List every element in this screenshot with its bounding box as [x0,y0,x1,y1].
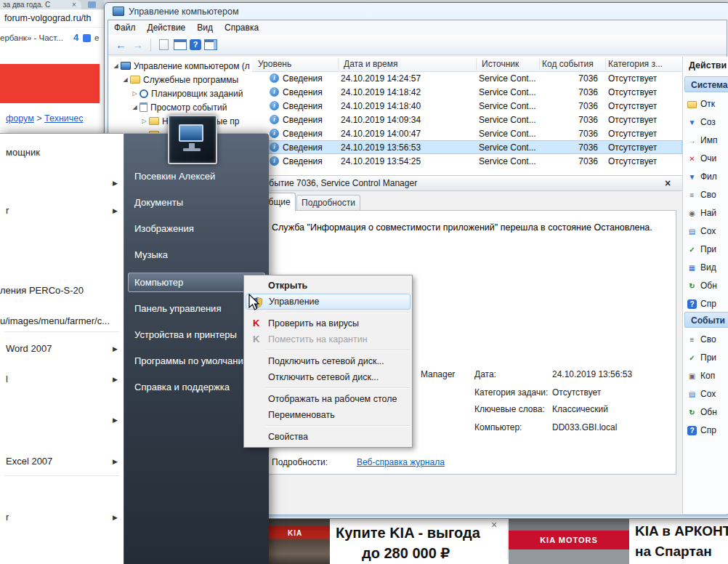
action-view[interactable]: ▦Вид [687,260,716,275]
actions-section-system[interactable]: Система [684,76,728,92]
event-row[interactable]: i Сведения 24.10.2019 14:09:34 Service C… [252,113,682,126]
context-rename[interactable]: Переименовать [246,407,410,423]
context-scan-for-viruses[interactable]: KПроверить на вирусы [246,315,410,331]
action-find[interactable]: ◉Най [687,206,716,220]
event-action-copy[interactable]: ▣Коп [687,368,715,383]
ad-banner-kia[interactable]: KIA Купите KIA - выгода до 280 000 ₽ × [269,517,507,564]
start-left-item[interactable]: u/images/menu/farmer/c... [0,313,124,329]
event-row[interactable]: i Сведения 24.10.2019 14:24:57 Service C… [252,71,682,85]
menu-help[interactable]: Справка [219,21,264,34]
event-action-properties[interactable]: ≡Сво [687,332,716,347]
start-item-user-name[interactable]: Посевкин Алексей [134,166,265,186]
address-bar[interactable]: forum-volgograd.ru/th [0,9,104,28]
browser-tab[interactable]: за два года. С × [0,0,81,9]
context-map-network-drive[interactable]: Подключить сетевой диск... [246,353,410,369]
menu-file[interactable]: Файл [108,21,142,34]
column-level[interactable]: Уровень [258,59,291,69]
action-clear-log[interactable]: ✕Очи [687,151,716,166]
menu-action[interactable]: Действие [142,21,192,34]
context-open[interactable]: Открыть [246,278,410,294]
action-attach-task[interactable]: ✓При [687,242,716,257]
tree-item-task-scheduler[interactable]: ▷ Планировщик заданий [109,86,252,100]
bookmarks-bar: ербанк» - Част... 4 е [0,28,104,48]
action-properties[interactable]: ≡Сво [687,188,716,202]
action-filter-current-log[interactable]: ▼Фил [687,169,717,184]
bookmark-item[interactable]: е [94,28,99,48]
user-picture[interactable] [168,115,217,164]
expander-icon[interactable]: ◢ [112,63,120,69]
bookmark-favicon[interactable] [83,34,91,42]
start-left-item[interactable]: ления PERCo-S-20 [0,283,124,299]
tab-close-icon[interactable]: × [72,0,76,9]
event-row[interactable]: i Сведения 24.10.2019 13:54:25 Service C… [252,154,682,168]
close-icon[interactable]: × [665,177,671,189]
event-row[interactable]: i Сведения 24.10.2019 14:18:40 Service C… [252,99,682,113]
browser-tab-favicon [88,1,96,8]
forward-button[interactable]: → [131,39,145,51]
breadcrumb-link[interactable]: форум [6,113,34,124]
context-manage[interactable]: Управление [246,294,410,310]
start-left-item[interactable]: Word 2007▶ [0,341,124,357]
computer-icon [121,62,131,70]
event-log-online-help-link[interactable]: Веб-справка журнала [357,457,445,467]
action-help[interactable]: ?Спр [687,297,716,311]
start-item-pictures[interactable]: Изображения [134,219,265,238]
ad-banner-kia-arkont[interactable]: KIA MOTORS KIA в АРКОНТ на Спартан [509,517,728,564]
start-item-documents[interactable]: Документы [134,193,265,212]
tree-item-computer-management[interactable]: ◢ Управление компьютером (л [109,59,252,73]
context-disconnect-network-drive[interactable]: Отключить сетевой диск... [246,369,410,385]
ad-close-icon[interactable]: × [491,519,497,531]
event-action-refresh[interactable]: ↻Обн [687,405,717,419]
start-left-item[interactable]: ▶ [0,175,124,191]
expander-icon[interactable]: ▷ [140,118,148,124]
event-action-save-selected[interactable]: ▤Сох [687,387,716,401]
help-icon: ? [687,426,697,435]
tree-item-event-viewer[interactable]: ◢ Просмотр событий [109,100,252,114]
column-datetime[interactable]: Дата и время [344,59,397,69]
actions-section-event[interactable]: Событи [684,312,728,328]
folder-icon [687,101,697,108]
bookmark-badge[interactable]: 4 [73,28,78,48]
expander-icon[interactable]: ▷ [131,90,139,97]
expander-icon[interactable]: ◢ [121,76,129,83]
tree-item-system-tools[interactable]: ◢ Служебные программы [109,73,252,86]
context-show-on-desktop[interactable]: Отображать на рабочем столе [246,391,410,407]
column-event-id[interactable]: Код события [542,59,594,69]
action-refresh[interactable]: ↻Обн [687,278,717,293]
action-open-saved-log[interactable]: Отк [687,97,715,111]
back-button[interactable]: ← [114,39,128,51]
breadcrumb-link[interactable]: Техничес [44,113,83,124]
menu-bar: Файл Действие Вид Справка [108,20,727,36]
show-console-tree-button[interactable] [174,39,187,50]
information-icon: i [270,87,279,97]
export-list-button[interactable] [159,39,169,50]
page-ad-image[interactable] [0,64,100,103]
event-row-selected[interactable]: i Сведения 24.10.2019 13:56:53 Service C… [252,140,682,154]
column-category[interactable]: Категория з... [608,59,663,69]
start-left-item[interactable]: r▶ [0,203,124,219]
column-source[interactable]: Источник [482,59,519,69]
action-save-all-events[interactable]: ▤Сох [687,224,716,238]
tab-details[interactable]: Подробности [296,195,360,211]
help-button[interactable]: ? [190,39,201,50]
show-action-pane-button[interactable] [204,39,217,50]
start-left-item[interactable]: Excel 2007▶ [0,454,124,470]
event-row[interactable]: i Сведения 24.10.2019 14:18:42 Service C… [252,85,682,99]
event-row[interactable]: i Сведения 24.10.2019 14:00:47 Service C… [252,126,682,140]
action-create-custom-view[interactable]: ▼Соз [687,115,716,129]
context-properties[interactable]: Свойства [246,429,410,445]
action-import-custom-view[interactable]: →Имп [687,133,717,148]
submenu-arrow-icon: ▶ [113,175,118,191]
start-left-item[interactable]: ▶ [0,412,124,428]
start-left-item[interactable]: l▶ [0,371,124,387]
expander-icon[interactable]: ◢ [131,104,139,110]
start-left-item[interactable]: r▶ [0,509,124,525]
start-left-item[interactable]: мощник [0,145,124,161]
menu-view[interactable]: Вид [191,21,219,34]
event-action-attach-task[interactable]: ✓При [687,350,716,365]
information-icon: i [270,142,279,152]
start-item-music[interactable]: Музыка [134,245,265,265]
bookmark-item[interactable]: ербанк» - Част... [0,28,63,48]
breadcrumb: форум > Техничес [6,113,84,124]
event-action-help[interactable]: ?Спр [687,423,716,438]
